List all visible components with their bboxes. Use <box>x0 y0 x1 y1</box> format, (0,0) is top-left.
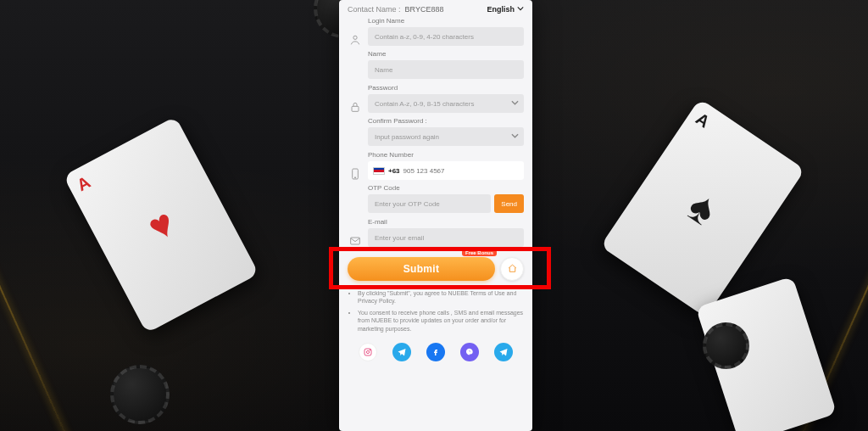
telegram-icon[interactable] <box>494 343 513 361</box>
facebook-icon[interactable] <box>426 343 445 361</box>
confirm-password-label: Confirm Password : <box>368 117 524 125</box>
submit-button[interactable]: Submit <box>348 257 495 281</box>
phone-icon <box>348 166 363 182</box>
password-label: Password <box>368 84 524 92</box>
lock-icon <box>348 99 363 115</box>
svg-point-0 <box>353 36 357 39</box>
login-name-label: Login Name <box>368 17 524 25</box>
home-button[interactable] <box>500 257 524 281</box>
phone-input[interactable] <box>403 167 519 175</box>
confirm-password-input[interactable] <box>368 127 524 146</box>
free-bonus-tag: Free Bonus <box>462 249 497 256</box>
user-icon <box>348 32 363 48</box>
svg-rect-1 <box>352 106 359 111</box>
password-input[interactable] <box>368 94 524 113</box>
telegram-icon[interactable] <box>392 343 411 361</box>
chevron-down-icon <box>517 5 524 14</box>
home-icon <box>507 263 518 276</box>
name-label: Name <box>368 50 524 58</box>
svg-point-6 <box>366 351 369 354</box>
viber-icon[interactable] <box>460 343 479 361</box>
instagram-icon[interactable] <box>359 343 377 361</box>
login-name-input[interactable] <box>368 27 524 46</box>
terms-list: By clicking "Submit", you agree to NUEBE… <box>348 289 524 333</box>
terms-item: By clicking "Submit", you agree to NUEBE… <box>358 289 524 305</box>
email-input[interactable] <box>368 228 524 247</box>
otp-input[interactable] <box>368 194 491 213</box>
svg-rect-4 <box>351 238 360 244</box>
otp-label: OTP Code <box>368 184 524 192</box>
flag-icon <box>373 167 385 175</box>
name-input[interactable] <box>368 60 524 79</box>
terms-item: You consent to receive phone calls , SMS… <box>358 309 524 333</box>
country-code[interactable]: +63 <box>388 167 400 175</box>
email-label: E-mail <box>368 218 524 226</box>
send-otp-button[interactable]: Send <box>494 194 524 213</box>
svg-point-3 <box>354 177 355 178</box>
registration-panel: Contact Name : BRYCE888 English Login Na… <box>339 0 532 431</box>
phone-label: Phone Number <box>368 151 524 159</box>
svg-point-7 <box>370 350 370 350</box>
contact-name-label: Contact Name : BRYCE888 <box>348 5 443 14</box>
email-icon <box>348 233 363 249</box>
language-selector[interactable]: English <box>487 5 524 14</box>
